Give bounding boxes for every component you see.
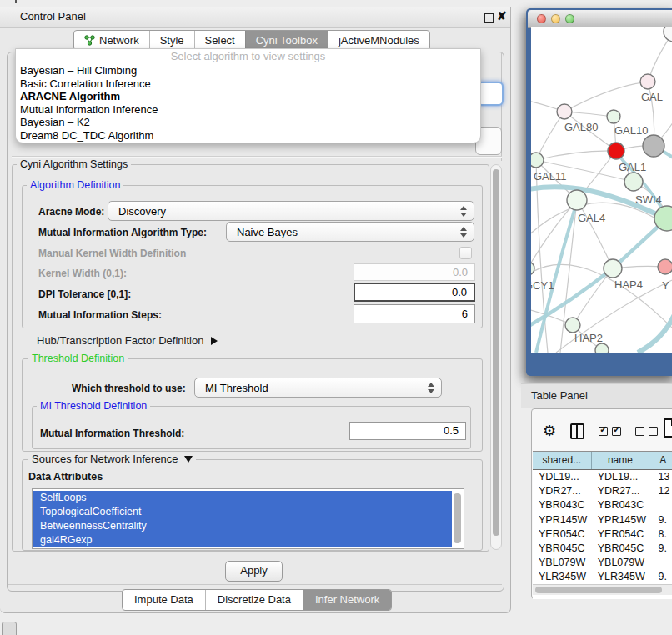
table-cell: 8. <box>649 528 672 542</box>
float-window-icon[interactable] <box>484 12 494 23</box>
mi-threshold-label: Mutual Information Threshold: <box>40 428 184 439</box>
table-row[interactable]: YER054CYER054C8. <box>533 528 672 542</box>
apply-button[interactable]: Apply <box>225 561 283 582</box>
close-icon[interactable]: ✘ <box>497 9 507 22</box>
cyni-bottom-tabbar: Impute DataDiscretize DataInfer Network <box>122 589 392 611</box>
table-row[interactable]: YBL079WYBL079W <box>533 556 672 570</box>
algorithm-dropdown: Select algorithm to view settings Bayesi… <box>15 48 481 143</box>
dpi-tolerance-label: DPI Tolerance [0,1]: <box>38 288 131 300</box>
deselect-all-icon[interactable] <box>635 427 658 436</box>
network-node-gal4[interactable] <box>567 190 587 210</box>
table-cell: 9. <box>649 542 672 556</box>
network-node-gal11[interactable] <box>531 152 544 168</box>
network-node-gal[interactable] <box>640 74 655 89</box>
tab-network[interactable]: Network <box>74 31 149 50</box>
column-header[interactable]: shared... <box>533 452 592 469</box>
hub-definition-expander[interactable]: Hub/Transcription Factor Definition <box>37 334 218 347</box>
table-cell: 13 <box>649 470 672 484</box>
mi-threshold-definition-legend: MI Threshold Definition <box>37 400 150 412</box>
table-hscrollbar-thumb[interactable] <box>535 587 662 593</box>
hub-definition-label: Hub/Transcription Factor Definition <box>37 334 203 347</box>
network-node-gal80[interactable] <box>557 104 572 119</box>
algorithm-option[interactable]: Mutual Information Inference <box>16 103 480 117</box>
table-cell: 9. <box>649 570 672 584</box>
columns-icon[interactable] <box>570 423 584 439</box>
threshold-definition-legend: Threshold Definition <box>28 352 128 364</box>
mi-threshold-field[interactable]: 0.5 <box>349 422 466 440</box>
which-threshold-select[interactable]: MI Threshold <box>194 378 442 398</box>
network-node-swi4[interactable] <box>624 172 643 191</box>
data-attribute-option[interactable]: SelfLoops <box>33 491 452 505</box>
network-node-y[interactable] <box>658 259 672 274</box>
table-row[interactable]: YDL19...YDL19...13 <box>533 470 672 484</box>
network-node[interactable] <box>664 27 672 42</box>
tab-impute-data[interactable]: Impute Data <box>123 590 205 610</box>
mi-type-value: Naive Bayes <box>237 226 298 238</box>
minimize-traffic-light[interactable] <box>551 14 560 23</box>
algorithm-option[interactable]: Basic Correlation Inference <box>16 78 480 91</box>
close-traffic-light[interactable] <box>537 14 546 23</box>
table-cell: YBL079W <box>592 556 650 570</box>
tab-jactivemnodules[interactable]: jActiveMNodules <box>328 31 429 50</box>
table-cell: YBR043C <box>533 498 592 512</box>
algorithm-option[interactable]: Bayesian – Hill Climbing <box>16 64 480 78</box>
tab-cyni-toolbox[interactable]: Cyni Toolbox <box>245 31 328 50</box>
tab-discretize-data[interactable]: Discretize Data <box>205 590 303 610</box>
data-attribute-option[interactable]: TopologicalCoefficient <box>33 505 452 519</box>
data-attribute-option[interactable]: gal4RGexp <box>33 533 452 548</box>
mi-steps-field[interactable]: 6 <box>354 304 475 323</box>
network-node[interactable] <box>595 343 609 352</box>
tab-infer-network[interactable]: Infer Network <box>303 590 391 610</box>
data-attributes-list[interactable]: SelfLoopsTopologicalCoefficientBetweenne… <box>32 488 464 549</box>
algorithm-option[interactable]: ARACNE Algorithm <box>16 90 480 103</box>
column-header[interactable]: name <box>592 452 650 469</box>
table-panel: ⚙ shared...nameA YDL19...YDL19...13YDR27… <box>531 408 672 599</box>
table-row[interactable]: YBR043CYBR043C <box>533 498 672 512</box>
node-label: GAL10 <box>614 124 648 137</box>
minimized-panel-chip[interactable] <box>2 622 17 635</box>
aracne-mode-select[interactable]: Discovery <box>108 201 474 221</box>
table-row[interactable]: YDR27...YDR27...12 <box>533 484 672 498</box>
algorithm-option[interactable]: Dream8 DC_TDC Algorithm <box>16 129 480 142</box>
mi-type-select[interactable]: Naive Bayes <box>226 222 474 242</box>
column-header[interactable]: A <box>649 452 672 469</box>
separator-line <box>12 157 502 158</box>
mi-steps-label: Mutual Information Steps: <box>38 309 162 321</box>
list-scrollbar-thumb[interactable] <box>454 493 461 543</box>
network-node-gal1[interactable] <box>608 142 624 159</box>
zoom-traffic-light[interactable] <box>565 14 574 23</box>
table-row[interactable]: YLR345WYLR345W9. <box>533 570 672 584</box>
manual-kernel-checkbox[interactable] <box>459 247 472 259</box>
new-table-icon[interactable] <box>664 418 672 438</box>
kernel-width-field[interactable]: 0.0 <box>354 263 475 281</box>
collapse-down-icon <box>184 456 193 462</box>
table-row[interactable]: YPR145WYPR145W9. <box>533 513 672 528</box>
tab-select[interactable]: Select <box>194 31 245 50</box>
table-cell: YBL079W <box>533 556 592 570</box>
network-node-gcy1[interactable] <box>531 262 534 275</box>
table-row[interactable]: YBR045CYBR045C9. <box>533 542 672 556</box>
sources-legend[interactable]: Sources for Network Inference <box>28 453 196 465</box>
data-attribute-option[interactable]: BetweennessCentrality <box>33 519 452 533</box>
network-window-titlebar[interactable] <box>528 10 672 28</box>
table-horizontal-scrollbar[interactable] <box>533 584 672 595</box>
settings-scrollbar[interactable] <box>490 164 502 550</box>
node-label: HAP2 <box>574 332 603 344</box>
network-node-hap2[interactable] <box>565 318 580 332</box>
tab-style[interactable]: Style <box>149 31 194 50</box>
dpi-tolerance-field[interactable]: 0.0 <box>354 282 475 302</box>
network-node-gal10[interactable] <box>607 110 620 123</box>
table-cell: YER054C <box>592 528 650 542</box>
network-node-hap4[interactable] <box>604 259 622 278</box>
settings-scrollbar-thumb[interactable] <box>493 169 499 536</box>
network-canvas[interactable]: GALGAL80GAL10GAL1SWI4GAL11GAL4GCY1HAP4YH… <box>531 27 672 352</box>
node-label: HAP4 <box>614 278 643 291</box>
network-node[interactable] <box>643 135 664 157</box>
network-nodes: GALGAL80GAL10GAL1SWI4GAL11GAL4GCY1HAP4YH… <box>531 27 672 352</box>
spinner-arrows-icon <box>460 227 467 238</box>
gear-icon[interactable]: ⚙ <box>543 422 556 440</box>
algorithm-option[interactable]: Bayesian – K2 <box>16 116 480 129</box>
select-all-icon[interactable] <box>599 427 621 436</box>
network-graph: GALGAL80GAL10GAL1SWI4GAL11GAL4GCY1HAP4YH… <box>531 27 672 352</box>
table-cell: YLR345W <box>533 570 592 584</box>
